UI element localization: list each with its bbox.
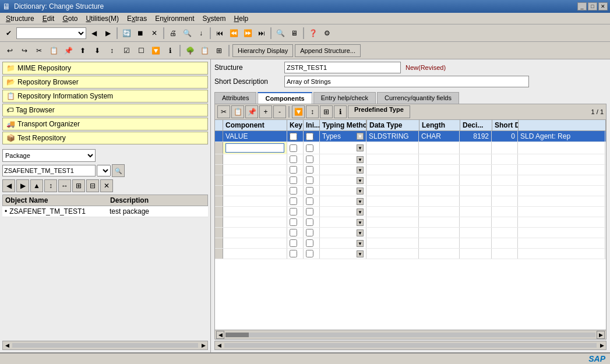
cell-shortdesc[interactable] xyxy=(518,196,605,206)
settings-icon[interactable]: ⚙ xyxy=(320,27,333,40)
nav-repository-browser[interactable]: 📂 Repository Browser xyxy=(2,76,208,89)
nav-test-repo[interactable]: 📦 Test Repository xyxy=(2,132,208,144)
typing-dropdown-arrow[interactable]: ▼ xyxy=(357,177,364,184)
cell-deci[interactable] xyxy=(492,196,518,206)
cell-length[interactable] xyxy=(460,142,492,154)
cell-key[interactable] xyxy=(287,196,304,206)
tab-currency[interactable]: Currency/quantity fields xyxy=(377,92,459,104)
cell-typing[interactable]: ▼ xyxy=(320,165,366,175)
cell-typing[interactable]: Types▼ xyxy=(320,131,366,142)
cell-length[interactable] xyxy=(460,228,492,238)
cell-ini[interactable] xyxy=(304,165,320,175)
cell-component[interactable] xyxy=(223,217,287,227)
tbl-filter-icon[interactable]: 🔽 xyxy=(292,105,305,118)
down-icon[interactable]: ⬇ xyxy=(91,44,104,57)
cell-deci[interactable] xyxy=(492,207,518,217)
table-row[interactable]: ▼ xyxy=(215,249,606,259)
cell-typing[interactable]: ▼ xyxy=(320,175,366,185)
tbl-delete-icon[interactable]: - xyxy=(273,105,286,118)
cell-length[interactable]: 8192 xyxy=(460,131,492,142)
save-icon[interactable]: ✔ xyxy=(2,27,15,40)
cell-length[interactable] xyxy=(460,249,492,259)
cell-ini[interactable] xyxy=(304,131,320,142)
cell-length[interactable] xyxy=(460,217,492,227)
cell-comptype[interactable] xyxy=(366,142,419,154)
cell-datatype[interactable]: CHAR xyxy=(419,131,460,142)
typing-dropdown-arrow[interactable]: ▼ xyxy=(357,144,364,151)
nav-up-icon[interactable]: ▲ xyxy=(30,179,43,192)
menu-help[interactable]: Help xyxy=(231,13,252,24)
package-sub-dropdown[interactable] xyxy=(97,165,111,176)
cell-comptype[interactable] xyxy=(366,217,419,227)
cell-key[interactable] xyxy=(287,186,304,196)
nav-tree2-icon[interactable]: ⊟ xyxy=(86,179,99,192)
zoom-icon[interactable]: 🔍 xyxy=(274,27,287,40)
cell-component[interactable] xyxy=(223,238,287,248)
cell-key[interactable] xyxy=(287,154,304,164)
table-row[interactable]: ▼ xyxy=(215,228,606,238)
cell-ini[interactable] xyxy=(304,154,320,164)
cell-comptype[interactable] xyxy=(366,207,419,217)
move-icon[interactable]: ↕ xyxy=(105,44,118,57)
append-structure-button[interactable]: Append Structure... xyxy=(295,44,361,57)
list-icon[interactable]: 📋 xyxy=(198,44,211,57)
cell-key[interactable] xyxy=(287,207,304,217)
typing-dropdown-arrow[interactable]: ▼ xyxy=(357,133,364,140)
cell-datatype[interactable] xyxy=(419,238,460,248)
cell-length[interactable] xyxy=(460,186,492,196)
table-row[interactable]: ▼ xyxy=(215,165,606,175)
nav-transport[interactable]: 🚚 Transport Organizer xyxy=(2,118,208,130)
cell-typing[interactable]: ▼ xyxy=(320,154,366,164)
cell-shortdesc[interactable] xyxy=(518,217,605,227)
copy-icon[interactable]: 📋 xyxy=(47,44,60,57)
table-row[interactable]: ▼ xyxy=(215,186,606,196)
cell-datatype[interactable] xyxy=(419,249,460,259)
cell-typing[interactable]: ▼ xyxy=(320,217,366,227)
command-dropdown[interactable] xyxy=(16,27,86,39)
cell-ini[interactable] xyxy=(304,196,320,206)
cell-key[interactable] xyxy=(287,238,304,248)
cell-key[interactable] xyxy=(287,249,304,259)
cell-deci[interactable] xyxy=(492,249,518,259)
tab-entry-help[interactable]: Entry help/check xyxy=(313,92,376,104)
cell-component[interactable] xyxy=(223,175,287,185)
cell-component[interactable] xyxy=(223,142,287,154)
cell-datatype[interactable] xyxy=(419,186,460,196)
cell-key[interactable] xyxy=(287,175,304,185)
cell-length[interactable] xyxy=(460,175,492,185)
back-icon[interactable]: ◀ xyxy=(87,27,100,40)
cell-shortdesc[interactable] xyxy=(518,186,605,196)
nav-mime-repository[interactable]: 📁 MIME Repository xyxy=(2,62,208,75)
cell-comptype[interactable] xyxy=(366,175,419,185)
cell-deci[interactable] xyxy=(492,228,518,238)
cell-datatype[interactable] xyxy=(419,217,460,227)
cell-comptype[interactable] xyxy=(366,186,419,196)
cell-typing[interactable]: ▼ xyxy=(320,249,366,259)
cell-comptype[interactable] xyxy=(366,154,419,164)
cell-shortdesc[interactable] xyxy=(518,175,605,185)
table-row[interactable]: VALUETypes▼SLDSTRINGCHAR81920SLD Agent: … xyxy=(215,131,606,142)
up-icon[interactable]: ⬆ xyxy=(76,44,89,57)
right-scroll-right[interactable]: ▶ xyxy=(598,341,606,349)
cell-typing[interactable]: ▼ xyxy=(320,186,366,196)
filter-icon[interactable]: 🔽 xyxy=(149,44,162,57)
cell-comptype[interactable]: SLDSTRING xyxy=(366,131,419,142)
menu-edit[interactable]: Edit xyxy=(39,13,58,24)
cell-shortdesc[interactable]: SLD Agent: Rep xyxy=(518,131,605,142)
short-desc-input[interactable] xyxy=(284,76,529,87)
nav-back-icon[interactable]: ◀ xyxy=(2,179,15,192)
hscroll-right-icon[interactable]: ▶ xyxy=(597,331,605,339)
cell-comptype[interactable] xyxy=(366,196,419,206)
grid-icon[interactable]: ⊞ xyxy=(213,44,225,57)
object-list-item[interactable]: • ZSAFENET_TM_TEST1 test package xyxy=(2,206,208,217)
nav-expand-icon[interactable]: ↕ xyxy=(44,179,57,192)
cell-shortdesc[interactable] xyxy=(518,249,605,259)
typing-dropdown-arrow[interactable]: ▼ xyxy=(357,250,364,257)
cell-deci[interactable] xyxy=(492,238,518,248)
cell-length[interactable] xyxy=(460,165,492,175)
stop-icon[interactable]: ⏹ xyxy=(134,27,147,40)
table-row[interactable]: ▼ xyxy=(215,196,606,207)
cell-component[interactable] xyxy=(223,154,287,164)
cell-ini[interactable] xyxy=(304,186,320,196)
typing-dropdown-arrow[interactable]: ▼ xyxy=(357,188,364,195)
